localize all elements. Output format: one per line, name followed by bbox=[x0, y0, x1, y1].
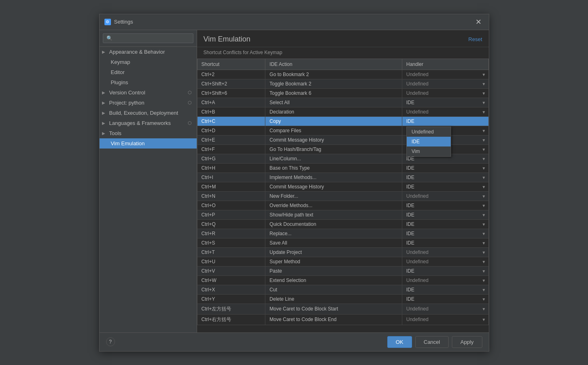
col-shortcut: Shortcut bbox=[197, 59, 265, 70]
table-row[interactable]: Ctrl+左方括号Move Caret to Code Block StartU… bbox=[197, 304, 488, 314]
help-button[interactable]: ? bbox=[106, 337, 115, 346]
table-row[interactable]: Ctrl+HBase on This TypeIDE▼ bbox=[197, 163, 488, 173]
cell-handler[interactable]: IDE▼ bbox=[402, 229, 488, 238]
page-title: Vim Emulation bbox=[204, 35, 251, 44]
search-box bbox=[100, 30, 197, 47]
sidebar-item-vim-emulation[interactable]: Vim Emulation bbox=[100, 138, 197, 149]
search-input[interactable] bbox=[103, 33, 193, 43]
cell-handler[interactable]: IDE▼ bbox=[402, 173, 488, 182]
table-row[interactable]: Ctrl+右方括号Move Caret to Code Block EndUnd… bbox=[197, 314, 488, 325]
sidebar: ▶ Appearance & Behavior Keymap Editor Pl… bbox=[100, 30, 197, 332]
reset-button[interactable]: Reset bbox=[469, 36, 482, 42]
cell-action: Copy bbox=[265, 116, 402, 126]
handler-value: Undefined bbox=[406, 317, 429, 322]
dropdown-option[interactable]: IDE bbox=[407, 137, 451, 146]
cell-action: Select All bbox=[265, 98, 402, 107]
sidebar-item-languages[interactable]: ▶ Languages & Frameworks ⬡ bbox=[100, 118, 197, 128]
title-bar-left: ⚙ Settings bbox=[104, 19, 133, 25]
ok-button[interactable]: OK bbox=[387, 336, 412, 348]
table-row[interactable]: Ctrl+WExtend SelectionUndefined▼ bbox=[197, 275, 488, 285]
handler-value: Undefined bbox=[406, 306, 429, 312]
dropdown-arrow-icon: ▼ bbox=[482, 147, 486, 151]
table-row[interactable]: Ctrl+NNew Folder...Undefined▼ bbox=[197, 191, 488, 201]
cell-handler[interactable]: IDEUndefinedIDEVim bbox=[402, 116, 488, 126]
cell-handler[interactable]: IDE▼ bbox=[402, 98, 488, 107]
cell-handler[interactable]: Undefined▼ bbox=[402, 247, 488, 257]
cell-handler[interactable]: Undefined▼ bbox=[402, 304, 488, 314]
cell-action: Super Method bbox=[265, 257, 402, 266]
cell-handler[interactable]: IDE▼ bbox=[402, 163, 488, 173]
handler-value: IDE bbox=[406, 100, 414, 105]
sidebar-item-editor[interactable]: Editor bbox=[100, 67, 197, 77]
table-row[interactable]: Ctrl+PShow/Hide path textIDE▼ bbox=[197, 210, 488, 219]
table-row[interactable]: Ctrl+IImplement Methods...IDE▼ bbox=[197, 173, 488, 182]
handler-value: IDE bbox=[406, 287, 414, 293]
table-row[interactable]: Ctrl+SSave AllIDE▼ bbox=[197, 238, 488, 247]
cell-handler[interactable]: IDE▼ bbox=[402, 182, 488, 191]
cell-handler[interactable]: Undefined▼ bbox=[402, 107, 488, 116]
cell-handler[interactable]: Undefined▼ bbox=[402, 275, 488, 285]
table-row[interactable]: Ctrl+USuper MethodUndefined▼ bbox=[197, 257, 488, 266]
cell-action: Paste bbox=[265, 266, 402, 275]
dropdown-option[interactable]: Vim bbox=[407, 146, 451, 156]
dropdown-option[interactable]: Undefined bbox=[407, 127, 451, 137]
cell-handler[interactable]: IDE▼ bbox=[402, 266, 488, 275]
sidebar-item-plugins[interactable]: Plugins bbox=[100, 77, 197, 87]
dropdown-arrow-icon: ▼ bbox=[482, 231, 486, 236]
col-handler: Handler bbox=[402, 59, 488, 70]
table-row[interactable]: Ctrl+Shift+2Toggle Bookmark 2Undefined▼ bbox=[197, 79, 488, 88]
table-row[interactable]: Ctrl+TUpdate ProjectUndefined▼ bbox=[197, 247, 488, 257]
table-row[interactable]: Ctrl+Shift+6Toggle Bookmark 6Undefined▼ bbox=[197, 88, 488, 98]
sidebar-item-tools[interactable]: ▶ Tools bbox=[100, 128, 197, 138]
cell-handler[interactable]: IDE▼ bbox=[402, 201, 488, 210]
cell-action: Commit Message History bbox=[265, 135, 402, 144]
cell-handler[interactable]: Undefined▼ bbox=[402, 79, 488, 88]
handler-value: IDE bbox=[406, 175, 414, 180]
handler-value: IDE bbox=[406, 212, 414, 218]
apply-button[interactable]: Apply bbox=[452, 336, 482, 348]
cell-handler[interactable]: IDE▼ bbox=[402, 210, 488, 219]
expand-arrow-icon: ▶ bbox=[102, 90, 107, 95]
expand-arrow-icon: ▶ bbox=[102, 121, 107, 125]
sidebar-item-build-exec[interactable]: ▶ Build, Execution, Deployment bbox=[100, 108, 197, 118]
dropdown-arrow-icon: ▼ bbox=[482, 166, 486, 170]
dropdown-arrow-icon: ▼ bbox=[482, 184, 486, 189]
col-action: IDE Action bbox=[265, 59, 402, 70]
cell-handler[interactable]: Undefined▼ bbox=[402, 70, 488, 79]
handler-value: Undefined bbox=[406, 81, 429, 87]
table-row[interactable]: Ctrl+BDeclarationUndefined▼ bbox=[197, 107, 488, 116]
cell-handler[interactable]: Undefined▼ bbox=[402, 88, 488, 98]
sidebar-item-keymap[interactable]: Keymap bbox=[100, 57, 197, 67]
sidebar-item-appearance[interactable]: ▶ Appearance & Behavior bbox=[100, 47, 197, 57]
table-scroll[interactable]: Shortcut IDE Action Handler Ctrl+2Go to … bbox=[197, 59, 489, 332]
cell-shortcut: Ctrl+P bbox=[197, 210, 265, 219]
table-row[interactable]: Ctrl+CCopyIDEUndefinedIDEVim bbox=[197, 116, 488, 126]
cell-handler[interactable]: IDE▼ bbox=[402, 285, 488, 294]
table-row[interactable]: Ctrl+QQuick DocumentationIDE▼ bbox=[197, 219, 488, 229]
dialog-body: ▶ Appearance & Behavior Keymap Editor Pl… bbox=[100, 30, 489, 332]
table-row[interactable]: Ctrl+VPasteIDE▼ bbox=[197, 266, 488, 275]
sidebar-item-label: Editor bbox=[111, 69, 125, 75]
table-row[interactable]: Ctrl+YDelete LineIDE▼ bbox=[197, 294, 488, 304]
cell-handler[interactable]: Undefined▼ bbox=[402, 191, 488, 201]
cell-handler[interactable]: IDE▼ bbox=[402, 294, 488, 304]
close-button[interactable]: ✕ bbox=[473, 17, 484, 26]
table-row[interactable]: Ctrl+2Go to Bookmark 2Undefined▼ bbox=[197, 70, 488, 79]
cell-shortcut: Ctrl+左方括号 bbox=[197, 304, 265, 314]
cancel-button[interactable]: Cancel bbox=[415, 336, 449, 348]
cell-shortcut: Ctrl+G bbox=[197, 154, 265, 163]
cell-action: Base on This Type bbox=[265, 163, 402, 173]
table-row[interactable]: Ctrl+RReplace...IDE▼ bbox=[197, 229, 488, 238]
sidebar-item-version-control[interactable]: ▶ Version Control ⬡ bbox=[100, 87, 197, 98]
sidebar-item-project-python[interactable]: ▶ Project: python ⬡ bbox=[100, 98, 197, 108]
table-row[interactable]: Ctrl+ASelect AllIDE▼ bbox=[197, 98, 488, 107]
dropdown-arrow-icon: ▼ bbox=[482, 128, 486, 133]
cell-handler[interactable]: Undefined▼ bbox=[402, 257, 488, 266]
table-row[interactable]: Ctrl+XCutIDE▼ bbox=[197, 285, 488, 294]
cell-handler[interactable]: IDE▼ bbox=[402, 238, 488, 247]
footer-left: ? bbox=[106, 337, 115, 346]
cell-handler[interactable]: Undefined▼ bbox=[402, 314, 488, 325]
cell-handler[interactable]: IDE▼ bbox=[402, 219, 488, 229]
table-row[interactable]: Ctrl+MCommit Message HistoryIDE▼ bbox=[197, 182, 488, 191]
table-row[interactable]: Ctrl+OOverride Methods...IDE▼ bbox=[197, 201, 488, 210]
